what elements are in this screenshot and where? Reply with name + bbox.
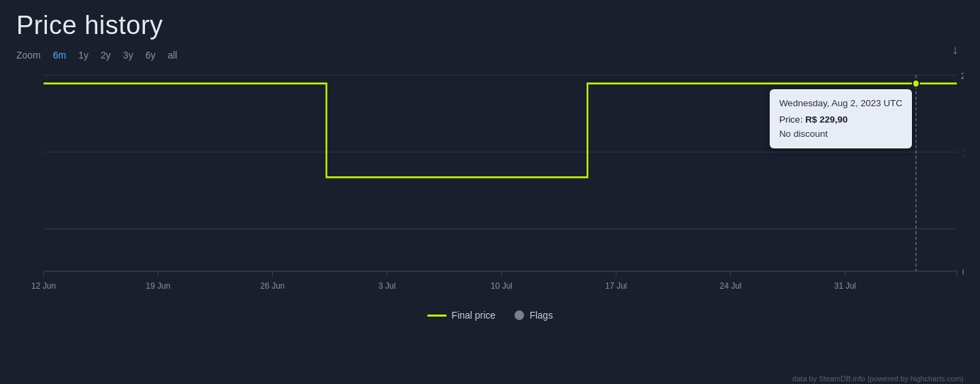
attribution: data by SteamDB.info (powered by highcha… — [792, 374, 964, 383]
chart-svg: 12 Jun 19 Jun 26 Jun 3 Jul 10 Jul 17 Jul… — [16, 67, 964, 306]
legend-final-price-label: Final price — [452, 310, 496, 321]
svg-point-26 — [913, 80, 919, 87]
chart-area: ↓ 12 Jun — [16, 67, 964, 306]
zoom-label: Zoom — [16, 50, 41, 61]
zoom-6y[interactable]: 6y — [146, 50, 156, 61]
legend-flags: Flags — [514, 310, 553, 321]
zoom-3y[interactable]: 3y — [123, 50, 133, 61]
zoom-2y[interactable]: 2y — [101, 50, 111, 61]
legend-flags-label: Flags — [529, 310, 553, 321]
legend: Final price Flags — [16, 310, 964, 321]
svg-text:17 Jul: 17 Jul — [605, 280, 627, 291]
zoom-6m[interactable]: 6m — [53, 50, 66, 61]
svg-text:3 Jul: 3 Jul — [378, 280, 395, 291]
svg-text:31 Jul: 31 Jul — [834, 280, 856, 291]
svg-text:0: 0 — [962, 266, 964, 277]
svg-text:19 Jun: 19 Jun — [146, 280, 170, 291]
zoom-all[interactable]: all — [167, 50, 177, 61]
svg-text:200: 200 — [961, 70, 964, 81]
svg-text:24 Jul: 24 Jul — [719, 280, 741, 291]
svg-text:12 Jun: 12 Jun — [31, 280, 56, 291]
legend-final-price: Final price — [427, 310, 496, 321]
page-title: Price history — [16, 11, 964, 40]
svg-text:100: 100 — [962, 147, 964, 158]
svg-text:10 Jul: 10 Jul — [491, 280, 512, 291]
price-history-container: Price history Zoom 6m 1y 2y 3y 6y all ↓ — [0, 0, 980, 384]
chart-svg-container: 12 Jun 19 Jun 26 Jun 3 Jul 10 Jul 17 Jul… — [16, 67, 964, 306]
zoom-bar: Zoom 6m 1y 2y 3y 6y all — [16, 50, 964, 61]
legend-circle-icon — [514, 310, 524, 320]
svg-text:26 Jun: 26 Jun — [261, 280, 285, 291]
download-button[interactable]: ↓ — [952, 43, 958, 57]
legend-line-icon — [427, 315, 446, 317]
zoom-1y[interactable]: 1y — [78, 50, 88, 61]
